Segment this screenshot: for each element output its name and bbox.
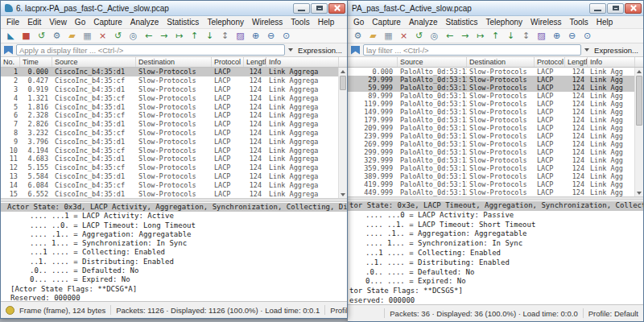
scrollbar-thumb[interactable] (340, 76, 346, 90)
scrollbar-thumb[interactable] (636, 76, 642, 126)
save-file-icon[interactable]: ▦ (382, 30, 395, 42)
filter-bookmark-icon[interactable] (351, 46, 360, 55)
next-packet-icon[interactable]: → (458, 30, 472, 42)
detail-line[interactable]: .... ...1 = LACP Activity: Active (1, 212, 347, 221)
packet-row[interactable]: 239.999 PaloAlto_0d:53:12 Slow-Protocols… (348, 132, 635, 140)
packet-row[interactable]: 329.999 PaloAlto_0d:53:12 Slow-Protocols… (348, 156, 635, 164)
detail-line[interactable]: .... ..0. = LACP Timeout: Long Timeout (1, 221, 347, 230)
reload-file-icon[interactable]: ↺ (412, 30, 426, 42)
filter-dropdown-icon[interactable] (288, 48, 293, 52)
stop-capture-icon[interactable]: ■ (19, 30, 33, 42)
scroll-up-icon[interactable] (339, 68, 347, 75)
packet-list-scrollbar[interactable] (634, 68, 643, 196)
column-header-protocol[interactable]: Protocol (212, 57, 244, 67)
close-button[interactable] (328, 3, 345, 14)
packet-row[interactable]: 13 5.584 CiscoInc_b4:35:d1 Slow-Protocol… (1, 172, 339, 181)
packet-row[interactable]: 5 1.816 CiscoInc_b4:35:d1 Slow-Protocols… (1, 102, 339, 111)
detail-line[interactable]: ...1 .... = Collecting: Enabled (1, 248, 347, 257)
minimize-button[interactable] (589, 3, 606, 14)
packet-row[interactable]: 1 0.000 CiscoInc_b4:35:d1 Slow-Protocols… (1, 68, 339, 76)
scroll-down-icon[interactable] (635, 189, 643, 196)
menu-item[interactable]: Go (71, 18, 89, 27)
detail-line[interactable]: ...1 .... = Collecting: Enabled (348, 249, 643, 258)
menu-item[interactable]: Tools (287, 18, 313, 27)
capture-options-icon[interactable]: ⚙ (50, 30, 64, 42)
previous-packet-icon[interactable]: ← (443, 30, 456, 42)
zoom-reset-icon[interactable]: ⊙ (279, 30, 293, 42)
menu-item[interactable]: Analyze (405, 18, 442, 27)
packet-row[interactable]: 209.999 PaloAlto_0d:53:12 Slow-Protocols… (348, 124, 635, 132)
detail-line[interactable]: .... .1.. = Aggregation: Aggregatable (348, 229, 643, 239)
menu-item[interactable]: Capture (89, 18, 126, 27)
packet-row[interactable]: 269.999 PaloAlto_0d:53:12 Slow-Protocols… (348, 140, 635, 148)
packet-row[interactable]: 149.999 PaloAlto_0d:53:12 Slow-Protocols… (348, 108, 635, 116)
colorize-icon[interactable]: ▨ (535, 30, 548, 42)
last-packet-icon[interactable]: ↓ (504, 30, 518, 42)
column-header-protocol[interactable]: Protocol (535, 57, 565, 67)
minimize-button[interactable] (293, 3, 310, 14)
last-packet-icon[interactable]: ↓ (203, 30, 217, 42)
titlebar-left[interactable]: 6. lacprx-PA_pas_fast-C_Active_slow.pcap (1, 1, 347, 16)
maximize-button[interactable] (311, 3, 328, 14)
packet-row[interactable]: 14 6.084 CiscoInc_b4:35:cf Slow-Protocol… (1, 180, 339, 189)
first-packet-icon[interactable]: ↑ (188, 30, 201, 42)
autoscroll-icon[interactable]: ↕ (519, 30, 533, 42)
zoom-reset-icon[interactable]: ⊙ (580, 30, 594, 42)
menu-item[interactable]: Wireless (526, 18, 565, 27)
packet-row[interactable]: 9 3.796 CiscoInc_b4:35:d1 Slow-Protocols… (1, 137, 339, 146)
packet-row[interactable]: 0.000 PaloAlto_0d:53:12 Slow-Protocols L… (348, 68, 635, 76)
autoscroll-icon[interactable]: ↕ (218, 30, 232, 42)
column-header-info[interactable]: Info (266, 57, 339, 67)
expression-button[interactable]: Expression... (296, 46, 344, 55)
zoom-in-icon[interactable]: ⊕ (249, 30, 262, 42)
restart-capture-icon[interactable]: ↺ (35, 30, 48, 42)
column-header-length[interactable]: Length (244, 57, 266, 67)
packet-row[interactable]: 179.999 PaloAlto_0d:53:12 Slow-Protocols… (348, 116, 635, 124)
menu-item[interactable]: Statistics (442, 18, 482, 27)
expert-info-icon[interactable] (6, 306, 14, 315)
profile-status[interactable]: Profile: Default (330, 306, 347, 315)
packet-row[interactable]: 59.999 PaloAlto_0d:53:12 Slow-Protocols … (348, 84, 635, 92)
detail-line[interactable]: .... .1.. = Aggregation: Aggregatable (1, 230, 347, 239)
detail-line[interactable]: .... 1... = Synchronization: In Sync (1, 239, 347, 248)
menu-item[interactable]: Help (314, 18, 339, 27)
menu-item[interactable]: Telephony (482, 18, 527, 27)
packet-list-scrollbar[interactable] (338, 68, 347, 198)
reload-file-icon[interactable]: ↺ (111, 30, 125, 42)
packet-row[interactable]: 7 2.826 CiscoInc_b4:35:d1 Slow-Protocols… (1, 120, 339, 129)
packet-row[interactable]: 11 4.683 CiscoInc_b4:35:d1 Slow-Protocol… (1, 155, 339, 163)
zoom-out-icon[interactable]: ⊖ (264, 30, 278, 42)
goto-packet-icon[interactable]: ↦ (172, 30, 186, 42)
column-header-time[interactable]: Time (20, 57, 52, 67)
packet-row[interactable]: 6 2.328 CiscoInc_b4:35:cf Slow-Protocols… (1, 111, 339, 120)
menu-item[interactable]: Tools (565, 18, 592, 27)
packet-row[interactable]: 2 0.427 CiscoInc_b4:35:cf Slow-Protocols… (1, 76, 339, 85)
column-header-no[interactable]: No. (1, 57, 20, 67)
packet-row[interactable]: 15 6.552 CiscoInc_b4:35:d1 Slow-Protocol… (1, 189, 339, 198)
menu-item[interactable]: Go (349, 18, 368, 27)
close-file-icon[interactable]: × (96, 30, 109, 42)
column-header-source[interactable]: Source (52, 57, 136, 67)
maximize-button[interactable] (607, 3, 624, 14)
detail-line[interactable]: .... 1... = Synchronization: In Sync (348, 239, 643, 249)
detail-selected-line[interactable]: Actor State: 0x3d, LACP Activity, Aggreg… (1, 203, 347, 212)
goto-packet-icon[interactable]: ↦ (473, 30, 487, 42)
detail-line[interactable]: eserved: 000000 (348, 296, 643, 304)
packet-row[interactable]: 4 1.321 CiscoInc_b4:35:cf Slow-Protocols… (1, 93, 339, 102)
filter-dropdown-icon[interactable] (584, 48, 589, 52)
detail-line[interactable]: 0... .... = Expired: No (1, 275, 347, 284)
close-file-icon[interactable]: × (397, 30, 411, 42)
scroll-down-icon[interactable] (339, 191, 347, 198)
find-packet-icon[interactable]: ◎ (126, 30, 140, 42)
packet-row[interactable]: 12 5.155 CiscoInc_b4:35:cf Slow-Protocol… (1, 163, 339, 172)
column-header-info[interactable]: Info (588, 57, 635, 67)
packet-row[interactable]: 299.999 PaloAlto_0d:53:12 Slow-Protocols… (348, 148, 635, 156)
colorize-icon[interactable]: ▨ (233, 30, 247, 42)
packet-row[interactable]: 119.999 PaloAlto_0d:53:12 Slow-Protocols… (348, 100, 635, 108)
menu-item[interactable]: Wireless (248, 18, 287, 27)
first-packet-icon[interactable]: ↑ (489, 30, 502, 42)
menu-item[interactable]: Edit (23, 18, 45, 27)
titlebar-right[interactable]: PA_pas_fast-C_Active_slow.pcap (348, 1, 643, 16)
menu-item[interactable]: Telephony (203, 18, 248, 27)
packet-row[interactable]: 8 3.232 CiscoInc_b4:35:cf Slow-Protocols… (1, 129, 339, 138)
